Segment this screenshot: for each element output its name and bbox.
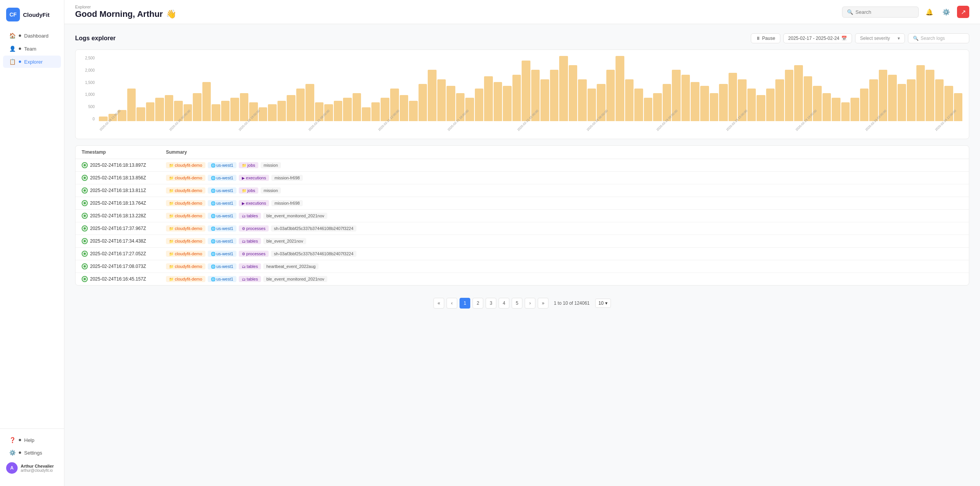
chart-bar bbox=[381, 98, 389, 121]
chart-bar bbox=[268, 104, 277, 121]
resource-name-tag: mission bbox=[261, 187, 281, 194]
pause-button[interactable]: ⏸ Pause bbox=[751, 33, 780, 43]
user-email: arthur@cloudyfit.io bbox=[21, 468, 54, 473]
chart-bar bbox=[202, 82, 211, 121]
resource-type-tag: 🗂 tables bbox=[239, 213, 261, 219]
logs-table: Timestamp Summary 2025-02-24T16:18:13.89… bbox=[75, 145, 969, 286]
chart-bar bbox=[634, 89, 643, 121]
region-tag: 🌐 us-west1 bbox=[208, 238, 236, 244]
sidebar-item-settings[interactable]: ⚙️ Settings bbox=[3, 447, 61, 459]
chart-bar bbox=[954, 93, 963, 121]
table-row[interactable]: 2025-02-24T16:16:45.157Z 📁 cloudyfit-dem… bbox=[76, 273, 969, 285]
project-tag: 📁 cloudyfit-demo bbox=[166, 238, 205, 244]
folder-icon: 📁 bbox=[169, 264, 174, 269]
sidebar-item-explorer[interactable]: 📋 Explorer bbox=[3, 56, 61, 68]
timestamp-cell: 2025-02-24T16:18:13.764Z bbox=[82, 200, 166, 206]
exit-button[interactable]: ↗ bbox=[957, 6, 969, 18]
folder-icon: 📁 bbox=[169, 189, 174, 193]
table-row[interactable]: 2025-02-24T16:17:08.073Z 📁 cloudyfit-dem… bbox=[76, 260, 969, 273]
date-range-picker[interactable]: 2025-02-17 - 2025-02-24 📅 bbox=[783, 33, 852, 43]
sidebar-item-dashboard[interactable]: 🏠 Dashboard bbox=[3, 30, 61, 42]
content: Logs explorer ⏸ Pause 2025-02-17 - 2025-… bbox=[64, 24, 980, 486]
col-summary: Summary bbox=[166, 149, 963, 155]
page-3-button[interactable]: 3 bbox=[486, 298, 496, 309]
region-tag: 🌐 us-west1 bbox=[208, 213, 236, 219]
chart-bar bbox=[353, 93, 361, 121]
chart-bar bbox=[371, 102, 380, 121]
per-page-select[interactable]: 10 ▾ bbox=[595, 299, 611, 308]
table-row[interactable]: 2025-02-24T16:18:13.811Z 📁 cloudyfit-dem… bbox=[76, 184, 969, 197]
table-row[interactable]: 2025-02-24T16:17:34.438Z 📁 cloudyfit-dem… bbox=[76, 235, 969, 248]
search-bar[interactable]: 🔍 bbox=[842, 7, 919, 18]
globe-icon: 🌐 bbox=[211, 239, 215, 243]
search-logs-input[interactable]: 🔍 Search logs bbox=[908, 33, 969, 43]
search-input[interactable] bbox=[855, 9, 914, 15]
last-page-button[interactable]: » bbox=[538, 298, 548, 309]
y-label: 0 bbox=[92, 117, 95, 121]
chart-bar bbox=[822, 93, 831, 121]
table-row[interactable]: 2025-02-24T16:17:37.967Z 📁 cloudyfit-dem… bbox=[76, 222, 969, 235]
page-2-button[interactable]: 2 bbox=[473, 298, 483, 309]
region-tag: 🌐 us-west1 bbox=[208, 251, 236, 257]
header: Explorer Good Morning, Arthur 👋 🔍 🔔 ⚙️ ↗ bbox=[64, 0, 980, 24]
resource-name-tag: ble_event_monitored_2021nov bbox=[263, 213, 327, 219]
timestamp: 2025-02-24T16:18:13.228Z bbox=[90, 213, 146, 218]
notification-bell[interactable]: 🔔 bbox=[923, 6, 936, 18]
sidebar-bottom: ❓ Help ⚙️ Settings A Arthur Chevalier ar… bbox=[0, 429, 64, 481]
page-info: 1 to 10 of 124061 bbox=[554, 300, 589, 306]
chart-bar bbox=[540, 79, 549, 121]
timestamp-cell: 2025-02-24T16:17:34.438Z bbox=[82, 238, 166, 244]
globe-icon: 🌐 bbox=[211, 176, 215, 180]
chart-bar bbox=[644, 98, 653, 121]
resource-type-tag: 🗂 tables bbox=[239, 238, 261, 244]
chart-bar bbox=[419, 84, 427, 121]
timestamp-cell: 2025-02-24T16:16:45.157Z bbox=[82, 276, 166, 282]
sidebar-item-team[interactable]: 👤 Team bbox=[3, 43, 61, 55]
explorer-icon: 📋 bbox=[9, 59, 16, 65]
status-dot bbox=[84, 265, 86, 268]
table-row[interactable]: 2025-02-24T16:18:13.764Z 📁 cloudyfit-dem… bbox=[76, 197, 969, 210]
resource-icon: ⚙ bbox=[242, 227, 245, 231]
region-tag: 🌐 us-west1 bbox=[208, 187, 236, 194]
folder-icon: 📁 bbox=[169, 252, 174, 256]
first-page-button[interactable]: « bbox=[433, 298, 444, 309]
chart-bar bbox=[710, 93, 719, 121]
project-tag: 📁 cloudyfit-demo bbox=[166, 251, 205, 257]
page-1-button[interactable]: 1 bbox=[460, 298, 470, 309]
timestamp-cell: 2025-02-24T16:17:27.052Z bbox=[82, 251, 166, 257]
summary-cell: 📁 cloudyfit-demo 🌐 us-west1 📁 jobs missi… bbox=[166, 162, 963, 168]
next-page-button[interactable]: › bbox=[525, 298, 535, 309]
page-5-button[interactable]: 5 bbox=[512, 298, 522, 309]
severity-select[interactable]: Select severity ▾ bbox=[855, 33, 905, 43]
region-tag: 🌐 us-west1 bbox=[208, 276, 236, 282]
settings-gear[interactable]: ⚙️ bbox=[940, 6, 952, 18]
region-tag: 🌐 us-west1 bbox=[208, 225, 236, 232]
folder-icon: 📁 bbox=[169, 277, 174, 281]
chart-bar bbox=[259, 107, 268, 121]
chart-bar bbox=[785, 70, 794, 121]
table-row[interactable]: 2025-02-24T16:18:13.897Z 📁 cloudyfit-dem… bbox=[76, 159, 969, 172]
chart-bar bbox=[625, 79, 634, 121]
project-tag: 📁 cloudyfit-demo bbox=[166, 162, 205, 168]
page-4-button[interactable]: 4 bbox=[499, 298, 509, 309]
resource-type-tag: ⚙ processes bbox=[239, 251, 269, 257]
project-tag: 📁 cloudyfit-demo bbox=[166, 213, 205, 219]
table-row[interactable]: 2025-02-24T16:18:13.228Z 📁 cloudyfit-dem… bbox=[76, 210, 969, 222]
prev-page-button[interactable]: ‹ bbox=[446, 298, 457, 309]
table-header: Timestamp Summary bbox=[76, 146, 969, 159]
header-right: 🔍 🔔 ⚙️ ↗ bbox=[842, 6, 969, 18]
status-icon bbox=[82, 263, 88, 269]
folder-icon: 📁 bbox=[169, 176, 174, 180]
table-row[interactable]: 2025-02-24T16:18:13.856Z 📁 cloudyfit-dem… bbox=[76, 172, 969, 184]
summary-cell: 📁 cloudyfit-demo 🌐 us-west1 ▶ executions… bbox=[166, 200, 963, 206]
folder-icon: 📁 bbox=[169, 214, 174, 218]
sidebar-item-help[interactable]: ❓ Help bbox=[3, 434, 61, 446]
chart-bar bbox=[146, 102, 155, 121]
chart-bar bbox=[569, 65, 578, 121]
globe-icon: 🌐 bbox=[211, 227, 215, 231]
chart-bar bbox=[127, 89, 136, 121]
chart-bar bbox=[719, 84, 728, 121]
table-row[interactable]: 2025-02-24T16:17:27.052Z 📁 cloudyfit-dem… bbox=[76, 248, 969, 260]
resource-type-tag: ▶ executions bbox=[239, 175, 269, 181]
col-timestamp: Timestamp bbox=[82, 149, 166, 155]
